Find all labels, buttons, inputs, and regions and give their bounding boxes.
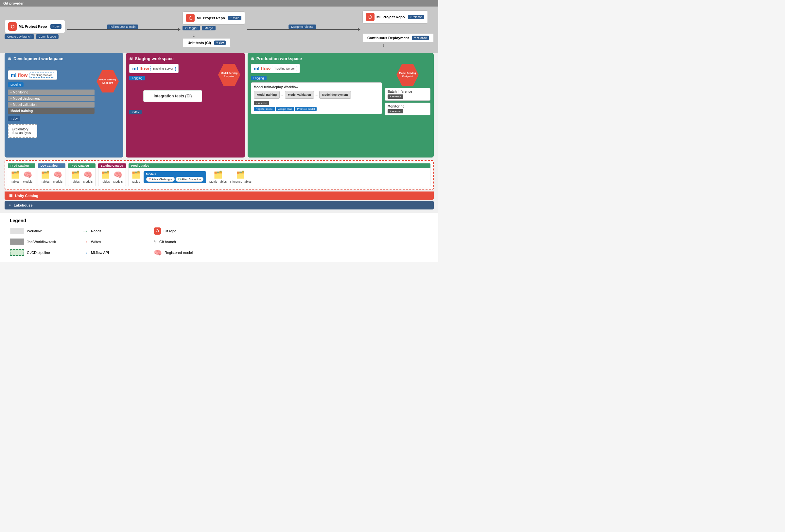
cat-item-models-staging-prod: 🧠 Models <box>83 170 93 183</box>
dev-workspace-title: ≋ Development workspace <box>8 56 120 61</box>
dev-endpoint-hex: Model Serving Endpoint <box>97 70 119 92</box>
assign-alias-btn: Assign alias <box>276 107 294 111</box>
integration-test-box: Integration tests (CI) <box>143 90 202 102</box>
prod-mlflow-box: mlflow Tracking Server <box>251 64 300 73</box>
prod-main-col: mlflow Tracking Server Logging Model tra… <box>251 64 382 115</box>
down-arr-ci: ↓ <box>192 32 195 38</box>
prod-release-badge-row: ⑂ release <box>254 100 379 105</box>
cat-item-tables-prod-main: 🗂️ Tables <box>131 170 140 183</box>
cat-models-prod: Models ⬡ Alias: Challenger ⬡ Alias: Cham… <box>144 171 206 183</box>
repo3-card: ⬡ ML Project Repo ⑂ release <box>362 10 428 24</box>
arrow1-wrapper: Pull request to main <box>67 28 181 31</box>
workspace-area: ≋ Development workspace ↓ mlflow Trackin… <box>0 53 438 160</box>
step-arr-2: → <box>315 93 318 97</box>
cat-group-prod-main: Prod Catalog 🗂️ Tables Models ⬡ Alias: C… <box>129 163 430 186</box>
cat-hdr-prod-2: Prod Catalog <box>68 163 96 168</box>
cat-hdr-dev: Dev Catalog <box>38 163 66 168</box>
staging-dev-branch-badge: ⑂ dev <box>129 110 142 114</box>
cat-item-models-staging: 🧠 Models <box>113 170 123 183</box>
cd-branch: ⑂ release <box>412 36 429 40</box>
cat-item-tables-staging: 🗂️ Tables <box>101 170 110 183</box>
staging-branch-row: ⑂ dev <box>129 108 216 114</box>
repo1-group: ⬡ ML Project Repo ⑂ dev Create dev branc… <box>5 20 65 39</box>
monitoring-release-badge: ⑂ release <box>387 109 403 113</box>
dev-workspace: ≋ Development workspace ↓ mlflow Trackin… <box>5 53 123 158</box>
repo2-branch: ⑂ main <box>228 16 242 20</box>
alias-champion: ⬡ Alias: Champion <box>176 177 203 182</box>
legend-wrapper: Legend Workflow → Reads ⬡ Git repo Job/W… <box>0 213 438 262</box>
legend-registered-model: 🧠 Registered model <box>154 249 219 257</box>
cat-body-prod-2: 🗂️ Tables 🧠 Models <box>68 168 96 186</box>
dev-branch-row: ⑂ dev <box>8 115 95 121</box>
cat-group-staging-prod: Prod Catalog 🗂️ Tables 🧠 Models <box>68 163 96 186</box>
cat-item-metric-tables: 🗂️ Metric Tables <box>209 170 227 183</box>
dev-endpoint-col: Model Serving Endpoint <box>97 70 120 138</box>
prod-logging-badge: Logging <box>251 76 267 80</box>
repo3-branch: ⑂ release <box>408 15 424 19</box>
staging-workspace-title: ≋ Staging workspace <box>129 56 242 61</box>
arrow1-tip <box>178 28 181 31</box>
cd-box: Continuous Deployment ⑂ release <box>362 33 434 43</box>
create-dev-badge: Create dev branch <box>5 34 34 39</box>
repo1-name: ML Project Repo <box>19 25 47 28</box>
arrow2-wrapper: Merge to release <box>247 28 360 31</box>
prod-release-badge: ⑂ release <box>254 101 269 105</box>
git-icon-1: ⬡ <box>8 22 17 31</box>
arrow2-label: Merge to release <box>288 25 316 29</box>
cat-hdr-prod-1: Prod Catalog <box>8 163 35 168</box>
monitoring-task: ▪ Monitoring <box>8 89 95 95</box>
dev-logging-badge: Logging <box>8 81 95 87</box>
legend-writes: → Writes <box>82 238 147 245</box>
cat-group-staging: Staging Catalog 🗂️ Tables 🧠 Models <box>98 163 126 186</box>
batch-release-badge: ⑂ release <box>387 95 403 99</box>
cat-item-tables-1: 🗂️ Tables <box>11 170 20 183</box>
unity-catalog-wrapper: ▦ Unity Catalog <box>0 191 438 200</box>
model-deployment-task: ▪ Model deployment <box>8 96 95 101</box>
repo1-branch: ⑂ dev <box>50 24 62 29</box>
promote-model-btn: Promote model <box>295 107 316 111</box>
cat-hdr-prod-main: Prod Catalog <box>129 163 430 168</box>
step-model-validation: Model validation <box>285 91 314 99</box>
dev-inner: mlflow Tracking Server Logging ▪ Monitor… <box>8 70 120 138</box>
cat-body-staging: 🗂️ Tables 🧠 Models <box>98 168 126 186</box>
arrow1-line: Pull request to main <box>67 29 178 30</box>
down-arr-cd: ↓ <box>382 43 385 48</box>
staging-logging: Logging <box>129 75 216 80</box>
cd-section: Continuous Deployment ⑂ release ↓ <box>362 33 434 48</box>
repo1-sub-labels: Create dev branch Commit code <box>5 34 58 39</box>
model-validation-task: ▪ Model validation <box>8 102 95 107</box>
repo2-card: ⬡ ML Project Repo ⑂ main <box>182 11 245 25</box>
legend-title: Legend <box>10 218 429 223</box>
dev-task-row: ▪ Monitoring ▪ Model deployment ▪ Model … <box>8 89 95 114</box>
eda-box: Exploratory data analysis <box>8 124 37 138</box>
catalog-section: Prod Catalog 🗂️ Tables 🧠 Models Dev Cata… <box>0 160 438 191</box>
staging-workspace: ≋ Staging workspace mlflow Tracking Serv… <box>126 53 245 158</box>
repo3-group: ⬡ ML Project Repo ⑂ release Continuous D… <box>362 10 434 48</box>
legend-mlflow-api: → MLflow API <box>82 249 147 257</box>
legend-job-task-box <box>10 239 24 245</box>
staging-tracking-server: Tracking Server <box>150 66 176 71</box>
prod-workspace-title: ≋ Production workspace <box>251 56 430 61</box>
legend-git-branch-icon: ⑂ <box>154 239 157 244</box>
staging-inner: mlflow Tracking Server Logging Integrati… <box>129 64 242 114</box>
prod-tracking-server: Tracking Server <box>272 66 297 71</box>
arrow2-line: Merge to release <box>247 29 358 30</box>
unit-test-branch: ⑂ dev <box>214 41 226 45</box>
unit-test-section: ↓ Unit tests (CI) ⑂ dev <box>182 32 231 47</box>
legend-job-task: Job/Workflow task <box>10 238 75 245</box>
register-row: Register model Assign alias Promote mode… <box>254 107 379 111</box>
unit-test-box: Unit tests (CI) ⑂ dev <box>182 38 231 47</box>
repo3-name: ML Project Repo <box>377 15 405 19</box>
repo1-card: ⬡ ML Project Repo ⑂ dev <box>5 20 65 33</box>
cat-item-models-dev: 🧠 Models <box>53 170 62 183</box>
alias-challenger: ⬡ Alias: Challenger <box>146 177 175 182</box>
git-icon-3: ⬡ <box>366 13 375 21</box>
git-provider-label: Git provider <box>3 1 24 5</box>
lakehouse-bar: ≈ Lakehouse <box>5 201 434 210</box>
legend-git-repo: ⬡ Git repo <box>154 227 219 235</box>
dev-tracking-server: Tracking Server <box>29 73 54 78</box>
model-training-task: Model training <box>8 108 95 114</box>
repos-row: ⬡ ML Project Repo ⑂ dev Create dev branc… <box>5 10 434 48</box>
prod-endpoint-hex: Model Serving Endpoint <box>397 64 419 86</box>
monitoring-card: Monitoring ⑂ release <box>385 103 430 115</box>
